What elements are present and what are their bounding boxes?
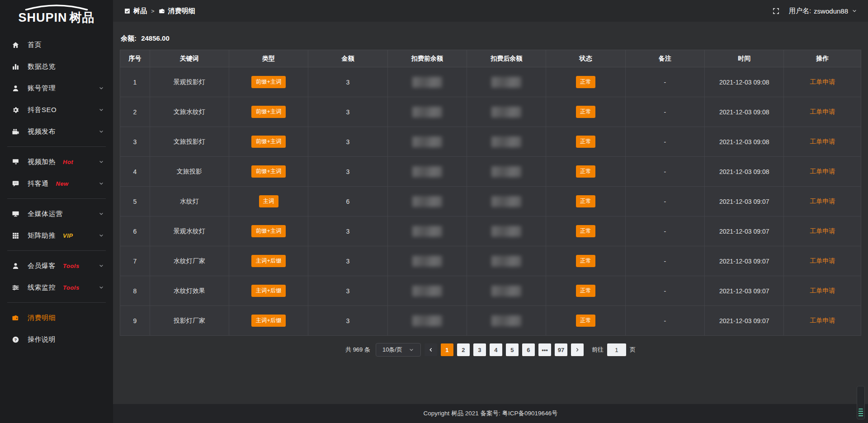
- video-icon: [12, 127, 21, 136]
- breadcrumb-item-home[interactable]: 树品: [124, 7, 147, 15]
- sidebar-item-video-heat[interactable]: 视频加热Hot: [0, 151, 113, 173]
- chevron-down-icon: [409, 347, 414, 352]
- cell-amount: 3: [308, 157, 387, 187]
- sidebar-item-doukertong[interactable]: 抖客通New: [0, 173, 113, 194]
- breadcrumb-item-current[interactable]: 消费明细: [159, 7, 195, 15]
- table-row: 5水纹灯主词6正常-2021-12-03 09:07工单申请: [120, 187, 861, 216]
- type-badge: 前缀+主词: [251, 225, 285, 237]
- page-size-select[interactable]: 10条/页: [376, 343, 421, 357]
- scroll-indicator-widget[interactable]: [857, 386, 865, 419]
- work-order-link[interactable]: 工单申请: [810, 317, 835, 324]
- chevron-left-icon: [428, 347, 434, 352]
- column-header: 时间: [705, 50, 784, 67]
- cell-remark: -: [625, 157, 704, 187]
- cell-action: 工单申请: [784, 157, 861, 187]
- cell-keyword: 文旅水纹灯: [150, 97, 229, 127]
- question-icon: ?: [12, 335, 21, 343]
- type-badge: 前缀+主词: [251, 136, 285, 148]
- redacted-value: [412, 107, 442, 118]
- sidebar-item-douyin-seo[interactable]: 抖音SEO: [0, 99, 113, 121]
- chevron-down-icon: [852, 8, 857, 14]
- prev-page-button[interactable]: [425, 343, 437, 356]
- work-order-link[interactable]: 工单申请: [810, 197, 835, 205]
- cell-keyword: 景观投影灯: [150, 67, 229, 97]
- cell-action: 工单申请: [784, 246, 861, 276]
- sidebar-item-home[interactable]: 首页: [0, 34, 113, 56]
- work-order-link[interactable]: 工单申请: [810, 257, 835, 264]
- cell-time: 2021-12-03 09:07: [705, 246, 784, 276]
- page-button-2[interactable]: 2: [457, 343, 470, 356]
- cell-remark: -: [625, 67, 704, 97]
- sidebar-item-label: 消费明细: [28, 314, 56, 322]
- page-button-5[interactable]: 5: [506, 343, 519, 356]
- work-order-link[interactable]: 工单申请: [810, 138, 835, 145]
- sidebar-item-account-management[interactable]: 账号管理: [0, 77, 113, 99]
- sidebar-item-label: 线索监控: [28, 283, 56, 292]
- cell-remark: -: [625, 246, 704, 276]
- breadcrumb: 树品 > 消费明细: [124, 7, 195, 15]
- work-order-link[interactable]: 工单申请: [810, 108, 835, 115]
- pagination: 共 969 条 10条/页 123456•••97 前往 页: [120, 343, 861, 357]
- redacted-value: [412, 77, 442, 88]
- cell-status: 正常: [546, 187, 625, 216]
- balance: 余额: 24856.00: [121, 34, 860, 43]
- sidebar-item-clue-monitor[interactable]: 线索监控Tools: [0, 277, 113, 298]
- cell-time: 2021-12-03 09:07: [705, 187, 784, 216]
- work-order-link[interactable]: 工单申请: [810, 227, 835, 235]
- status-badge: 正常: [576, 225, 595, 237]
- page-button-4[interactable]: 4: [490, 343, 502, 356]
- breadcrumb-label: 消费明细: [168, 7, 195, 15]
- cell-type: 主词+后缀: [229, 306, 308, 336]
- cell-amount: 3: [308, 67, 387, 97]
- logo-latin: SHUPIN: [18, 11, 67, 24]
- next-page-button[interactable]: [571, 343, 584, 356]
- work-order-link[interactable]: 工单申请: [810, 287, 835, 294]
- user-dropdown[interactable]: 用户名: zswodun88: [789, 7, 857, 15]
- sliders-icon: [12, 283, 21, 291]
- type-badge: 主词+后缀: [251, 285, 285, 297]
- cell-remark: -: [625, 276, 704, 306]
- fullscreen-icon[interactable]: [772, 7, 780, 15]
- panel-icon: [124, 8, 131, 14]
- redacted-value: [491, 166, 521, 177]
- cell-remark: -: [625, 216, 704, 246]
- cell-index: 2: [120, 97, 150, 127]
- work-order-link[interactable]: 工单申请: [810, 168, 835, 175]
- cell-status: 正常: [546, 276, 625, 306]
- sidebar-item-label: 视频加热: [28, 158, 56, 166]
- table-row: 1景观投影灯前缀+主词3正常-2021-12-03 09:08工单申请: [120, 67, 861, 97]
- work-order-link[interactable]: 工单申请: [810, 78, 835, 85]
- cell-type: 前缀+主词: [229, 216, 308, 246]
- page-button-1[interactable]: 1: [441, 343, 453, 356]
- goto-page-input[interactable]: [607, 343, 626, 356]
- sidebar-item-consumption-detail[interactable]: 消费明细: [0, 307, 113, 329]
- page-button-6[interactable]: 6: [522, 343, 535, 356]
- chevron-down-icon: [99, 285, 104, 290]
- cell-amount: 3: [308, 306, 387, 336]
- chevron-down-icon: [99, 159, 104, 164]
- sidebar-menu: 首页数据总览账号管理抖音SEO视频发布视频加热Hot抖客通New全媒体运营矩阵助…: [0, 28, 113, 423]
- user-icon: [12, 84, 21, 92]
- page-button-3[interactable]: 3: [473, 343, 486, 356]
- column-header: 扣费前余额: [387, 50, 467, 67]
- cell-balance-after: [467, 306, 546, 336]
- redacted-value: [412, 315, 442, 326]
- sidebar-item-operation-guide[interactable]: ?操作说明: [0, 329, 113, 350]
- cell-index: 6: [120, 216, 150, 246]
- app-root: SHUPIN树品 首页数据总览账号管理抖音SEO视频发布视频加热Hot抖客通Ne…: [0, 0, 868, 423]
- sidebar-item-member-baoke[interactable]: 会员爆客Tools: [0, 255, 113, 277]
- redacted-value: [491, 107, 521, 118]
- cell-balance-after: [467, 246, 546, 276]
- wallet-icon: [159, 8, 165, 14]
- sidebar-item-matrix-boost[interactable]: 矩阵助推VIP: [0, 225, 113, 246]
- cell-keyword: 水纹灯厂家: [150, 246, 229, 276]
- sidebar-item-omni-media[interactable]: 全媒体运营: [0, 203, 113, 225]
- page-ellipsis-button[interactable]: •••: [538, 343, 551, 356]
- sidebar-item-data-overview[interactable]: 数据总览: [0, 56, 113, 77]
- sidebar-item-video-publish[interactable]: 视频发布: [0, 121, 113, 142]
- cell-balance-before: [387, 246, 467, 276]
- wallet-icon: [12, 314, 21, 322]
- page-button-97[interactable]: 97: [555, 343, 567, 356]
- sidebar: SHUPIN树品 首页数据总览账号管理抖音SEO视频发布视频加热Hot抖客通Ne…: [0, 0, 113, 423]
- column-header: 状态: [546, 50, 625, 67]
